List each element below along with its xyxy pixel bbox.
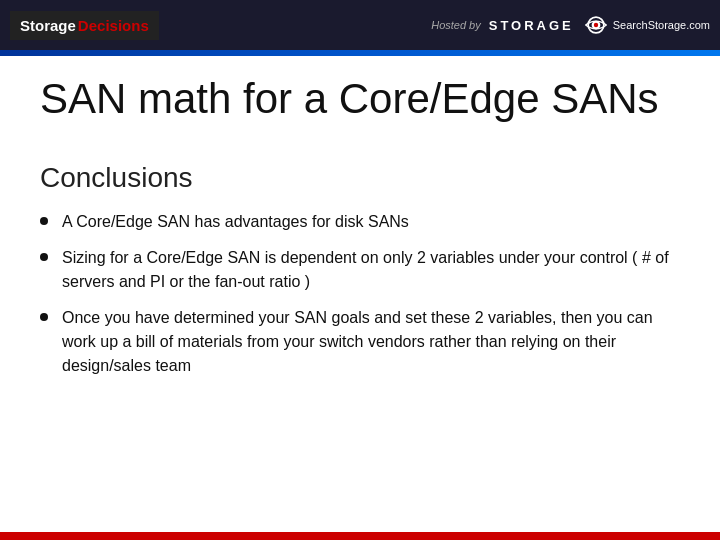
- storage-magazine-logo: STORAGE: [489, 18, 574, 33]
- bullet-item-3: Once you have determined your SAN goals …: [40, 306, 680, 378]
- logo-area: Storage Decisions: [10, 0, 159, 50]
- search-storage-logo: SearchStorage.com: [582, 15, 710, 35]
- logo-box: Storage Decisions: [10, 11, 159, 40]
- main-content: SAN math for a Core/Edge SANs Conclusion…: [0, 56, 720, 420]
- bullet-dot-2: [40, 253, 48, 261]
- bullet-text-3: Once you have determined your SAN goals …: [62, 306, 680, 378]
- hosted-by-label: Hosted by: [431, 19, 481, 31]
- bullet-dot-1: [40, 217, 48, 225]
- slide-title: SAN math for a Core/Edge SANs: [40, 76, 680, 122]
- bullet-list: A Core/Edge SAN has advantages for disk …: [40, 210, 680, 378]
- hosted-by-area: Hosted by STORAGE SearchStorage.com: [431, 15, 710, 35]
- svg-point-2: [594, 23, 598, 27]
- bullet-item-2: Sizing for a Core/Edge SAN is dependent …: [40, 246, 680, 294]
- header-bar: Storage Decisions Hosted by STORAGE Sear…: [0, 0, 720, 50]
- logo-decisions-text: Decisions: [78, 17, 149, 34]
- camera-icon: [582, 15, 610, 35]
- bullet-dot-3: [40, 313, 48, 321]
- search-storage-text: SearchStorage.com: [613, 19, 710, 31]
- bullet-item-1: A Core/Edge SAN has advantages for disk …: [40, 210, 680, 234]
- bullet-text-1: A Core/Edge SAN has advantages for disk …: [62, 210, 680, 234]
- section-heading: Conclusions: [40, 162, 680, 194]
- storage-magazine-text: STORAGE: [489, 18, 574, 33]
- bottom-bar: [0, 532, 720, 540]
- bullet-text-2: Sizing for a Core/Edge SAN is dependent …: [62, 246, 680, 294]
- logo-storage-text: Storage: [20, 17, 76, 34]
